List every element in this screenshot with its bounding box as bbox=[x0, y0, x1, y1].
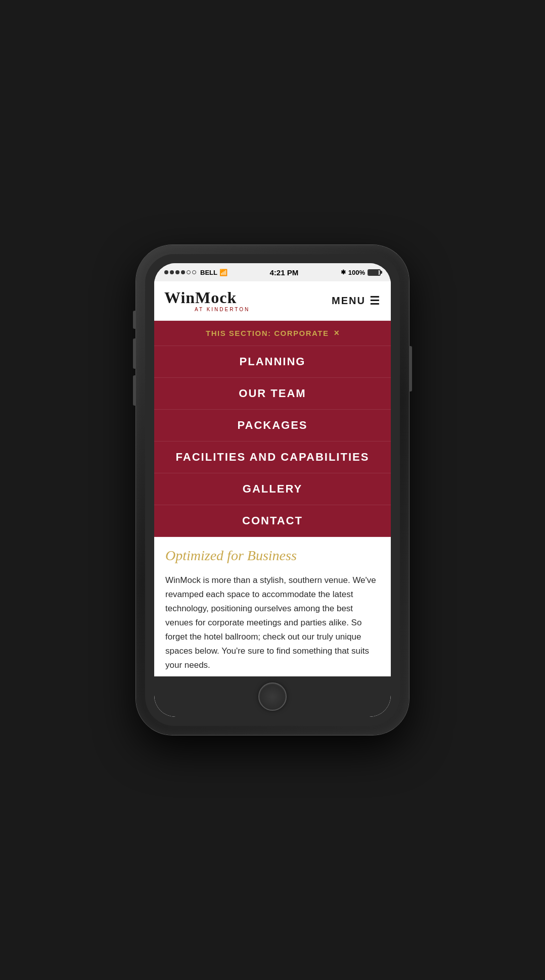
nav-item-our-team-label: OUR TEAM bbox=[239, 387, 306, 400]
nav-item-packages[interactable]: PACKAGES bbox=[154, 410, 391, 442]
nav-item-facilities-label: FACILITIES AND CAPABILITIES bbox=[176, 451, 370, 463]
nav-close-button[interactable]: × bbox=[334, 328, 339, 338]
signal-dot-1 bbox=[164, 270, 168, 274]
site-content: WinMock AT KINDERTON MENU ☰ THIS SECTION… bbox=[154, 281, 391, 676]
page-body-text: WinMock is more than a stylish, southern… bbox=[165, 573, 380, 672]
logo-subtitle: AT KINDERTON bbox=[164, 307, 250, 312]
nav-item-packages-label: PACKAGES bbox=[237, 419, 307, 431]
status-right: ✱ 100% bbox=[341, 269, 381, 276]
nav-item-contact[interactable]: CONTACT bbox=[154, 505, 391, 537]
hamburger-icon: ☰ bbox=[370, 296, 381, 307]
nav-section-label: THIS SECTION: CORPORATE bbox=[206, 329, 329, 337]
signal-dot-2 bbox=[170, 270, 174, 274]
nav-item-gallery[interactable]: GALLERY bbox=[154, 473, 391, 505]
nav-section-header: THIS SECTION: CORPORATE × bbox=[154, 321, 391, 346]
wifi-icon: 📶 bbox=[219, 269, 228, 276]
signal-dot-5 bbox=[187, 270, 191, 274]
phone-bottom bbox=[154, 676, 391, 717]
phone-inner: BELL 📶 4:21 PM ✱ 100% WinMock bbox=[145, 254, 400, 726]
page-headline: Optimized for Business bbox=[165, 547, 380, 564]
carrier-label: BELL bbox=[200, 269, 217, 276]
status-left: BELL 📶 bbox=[164, 269, 228, 276]
volume-down-button[interactable] bbox=[133, 375, 136, 406]
menu-label: MENU bbox=[332, 295, 366, 307]
nav-item-gallery-label: GALLERY bbox=[243, 482, 302, 495]
logo: WinMock AT KINDERTON bbox=[164, 289, 250, 312]
phone-frame: BELL 📶 4:21 PM ✱ 100% WinMock bbox=[136, 245, 409, 735]
nav-item-facilities[interactable]: FACILITIES AND CAPABILITIES bbox=[154, 442, 391, 473]
nav-item-our-team[interactable]: OUR TEAM bbox=[154, 378, 391, 410]
signal-dot-6 bbox=[192, 270, 196, 274]
battery-fill bbox=[369, 270, 379, 275]
page-body: Optimized for Business WinMock is more t… bbox=[154, 537, 391, 676]
volume-up-button[interactable] bbox=[133, 338, 136, 369]
nav-item-contact-label: CONTACT bbox=[242, 514, 303, 527]
menu-button[interactable]: MENU ☰ bbox=[332, 295, 381, 307]
screen: BELL 📶 4:21 PM ✱ 100% WinMock bbox=[154, 263, 391, 717]
signal-dot-3 bbox=[175, 270, 179, 274]
signal-dot-4 bbox=[181, 270, 185, 274]
nav-item-planning[interactable]: PLANNING bbox=[154, 346, 391, 378]
power-button[interactable] bbox=[409, 346, 412, 391]
site-header: WinMock AT KINDERTON MENU ☰ bbox=[154, 281, 391, 321]
battery-percentage: 100% bbox=[348, 269, 365, 276]
home-button[interactable] bbox=[258, 682, 287, 711]
status-bar: BELL 📶 4:21 PM ✱ 100% bbox=[154, 263, 391, 281]
nav-menu: THIS SECTION: CORPORATE × PLANNING OUR T… bbox=[154, 321, 391, 537]
status-time: 4:21 PM bbox=[270, 268, 299, 277]
mute-button[interactable] bbox=[133, 311, 136, 329]
signal-strength bbox=[164, 270, 196, 274]
nav-item-planning-label: PLANNING bbox=[240, 355, 306, 368]
battery-icon bbox=[368, 269, 381, 276]
logo-text: WinMock bbox=[164, 289, 237, 306]
bluetooth-icon: ✱ bbox=[341, 269, 346, 276]
